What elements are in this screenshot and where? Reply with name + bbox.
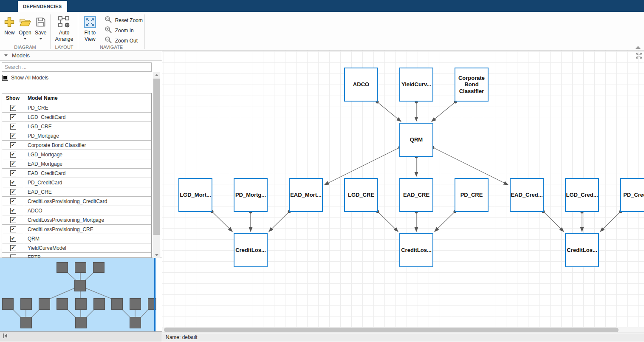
model-checkbox[interactable] <box>10 208 16 214</box>
model-checkbox[interactable] <box>10 124 16 130</box>
open-label: Open <box>19 30 31 36</box>
model-checkbox[interactable] <box>10 133 16 139</box>
model-name: PD_CRE <box>24 103 151 112</box>
model-row[interactable]: LGD_CreditCard <box>2 113 151 122</box>
models-scrollbar-thumb[interactable] <box>153 79 160 235</box>
model-name: EAD_Mortgage <box>24 159 151 168</box>
diagram-canvas[interactable]: ADCOYieldCurv...Corporate Bond Classifie… <box>162 51 644 333</box>
model-name: FRTB <box>24 253 151 258</box>
fit-to-view-button[interactable]: Fit to View <box>80 14 100 42</box>
node-pd-cred[interactable]: PD_Cred... <box>620 178 644 212</box>
search-input[interactable] <box>2 62 152 72</box>
node-creditloss1[interactable]: CreditLos... <box>234 233 268 267</box>
node-creditloss2[interactable]: CreditLos... <box>399 233 433 267</box>
node-lgd-cre[interactable]: LGD_CRE <box>344 178 378 212</box>
show-all-models-row[interactable]: Show All Models <box>2 75 48 81</box>
model-checkbox[interactable] <box>10 161 16 167</box>
scroll-up-icon[interactable] <box>153 72 160 78</box>
save-dropdown-caret-icon[interactable] <box>39 38 42 40</box>
minimap-node <box>56 262 68 273</box>
node-ead-mort[interactable]: EAD_Mort... <box>289 178 323 212</box>
node-ead-cred[interactable]: EAD_Cred... <box>510 178 544 212</box>
model-row[interactable]: LGD_Mortgage <box>2 150 151 159</box>
section-label-layout: LAYOUT <box>51 45 78 50</box>
node-adco[interactable]: ADCO <box>344 68 378 102</box>
model-checkbox[interactable] <box>10 142 16 148</box>
node-creditloss3[interactable]: CreditLos... <box>565 233 599 267</box>
collapse-toolstrip-icon[interactable] <box>636 46 641 49</box>
node-lgd-cred[interactable]: LGD_Cred... <box>565 178 599 212</box>
model-row[interactable]: LGD_CRE <box>2 122 151 131</box>
model-checkbox[interactable] <box>10 114 16 120</box>
tab-dependencies[interactable]: DEPENDENCIES <box>18 1 67 12</box>
model-row[interactable]: PD_Mortgage <box>2 131 151 141</box>
collapse-panel-icon[interactable] <box>2 333 8 341</box>
zoom-in-label: Zoom In <box>115 28 134 34</box>
model-checkbox[interactable] <box>10 170 16 176</box>
show-all-checkbox[interactable] <box>2 75 8 81</box>
model-checkbox[interactable] <box>10 254 16 258</box>
new-button[interactable]: New <box>2 14 17 36</box>
model-row[interactable]: PD_CreditCard <box>2 178 151 187</box>
model-name: CreditLossProvisioning_CreditCard <box>24 197 151 206</box>
model-row[interactable]: PD_CRE <box>2 103 151 113</box>
model-row[interactable]: EAD_CreditCard <box>2 169 151 178</box>
model-checkbox[interactable] <box>10 105 16 111</box>
model-checkbox[interactable] <box>10 152 16 158</box>
node-pd-cre[interactable]: PD_CRE <box>455 178 489 212</box>
model-row[interactable]: EAD_CRE <box>2 187 151 197</box>
model-row[interactable]: Corporate Bond Classifier <box>2 141 151 150</box>
node-lgd-mort[interactable]: LGD_Mort... <box>178 178 212 212</box>
canvas-hscrollbar[interactable] <box>162 327 644 333</box>
viewport-indicator-line[interactable] <box>154 258 155 331</box>
open-button[interactable]: Open <box>17 14 33 40</box>
minimap-node <box>56 298 68 310</box>
model-row[interactable]: CreditLossProvisioning_CRE <box>2 225 151 234</box>
zoom-in-icon <box>105 26 112 35</box>
model-row[interactable]: QRM <box>2 234 151 243</box>
zoom-out-label: Zoom Out <box>115 38 138 44</box>
model-checkbox[interactable] <box>10 226 16 232</box>
minimap-node <box>74 280 86 291</box>
models-scrollbar[interactable] <box>153 72 160 258</box>
auto-arrange-button[interactable]: Auto Arrange <box>52 14 76 42</box>
model-name: CreditLossProvisioning_Mortgage <box>24 215 151 224</box>
diagram-name-label: Name: default <box>166 334 198 340</box>
model-checkbox[interactable] <box>10 189 16 195</box>
model-row[interactable]: EAD_Mortgage <box>2 159 151 169</box>
node-ead-cre[interactable]: EAD_CRE <box>399 178 433 212</box>
save-button[interactable]: Save <box>33 14 48 40</box>
minimap-node <box>20 298 32 310</box>
node-corpbond[interactable]: Corporate Bond Classifier <box>455 68 489 102</box>
model-checkbox[interactable] <box>10 245 16 251</box>
collapse-models-icon <box>4 54 8 57</box>
minimap-node <box>20 317 32 328</box>
model-checkbox[interactable] <box>10 198 16 204</box>
model-checkbox[interactable] <box>10 236 16 242</box>
node-pd-mortg[interactable]: PD_Mortg... <box>234 178 268 212</box>
model-name: LGD_Mortgage <box>24 150 151 159</box>
canvas-hscrollbar-thumb[interactable] <box>164 328 619 332</box>
model-checkbox[interactable] <box>10 180 16 186</box>
auto-arrange-icon <box>58 15 71 29</box>
section-diagram: New Open Save DIAGRAM <box>0 12 50 50</box>
scroll-down-icon[interactable] <box>153 252 160 258</box>
expand-icon[interactable] <box>635 52 643 61</box>
model-row[interactable]: FRTB <box>2 253 151 258</box>
model-row[interactable]: CreditLossProvisioning_Mortgage <box>2 215 151 225</box>
model-row[interactable]: ADCO <box>2 206 151 215</box>
model-name: LGD_CRE <box>24 122 151 131</box>
model-row[interactable]: YieldCurveModel <box>2 243 151 253</box>
zoom-in-button[interactable]: Zoom In <box>105 25 143 36</box>
model-name: PD_CreditCard <box>24 178 151 187</box>
open-dropdown-caret-icon[interactable] <box>23 38 27 40</box>
model-checkbox[interactable] <box>10 217 16 223</box>
overview-minimap[interactable] <box>0 258 156 331</box>
node-qrm[interactable]: QRM <box>399 123 433 157</box>
minimap-node <box>93 262 105 273</box>
model-row[interactable]: CreditLossProvisioning_CreditCard <box>2 197 151 206</box>
open-folder-icon <box>19 15 31 29</box>
reset-zoom-button[interactable]: Reset Zoom <box>105 15 143 25</box>
models-section-header[interactable]: Models <box>0 51 162 61</box>
node-yieldcurve[interactable]: YieldCurv... <box>399 68 433 102</box>
